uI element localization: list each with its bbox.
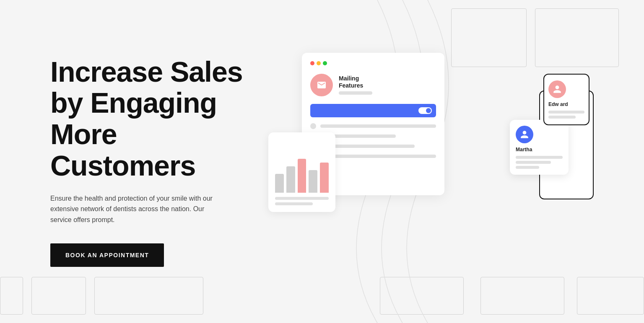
user-line [516,166,539,169]
line-dot [310,123,316,129]
user-line [516,161,551,164]
hero-section: Increase Sales by Engaging More Customer… [0,0,644,323]
bar-3 [298,159,306,193]
bar-5 [320,163,329,193]
hero-title: Increase Sales by Engaging More Customer… [50,56,268,181]
martha-info-lines [516,156,563,169]
martha-user-card: Martha [510,120,569,175]
martha-avatar [516,126,533,143]
chart-bars [275,155,329,193]
chart-line [275,202,313,205]
martha-name: Martha [516,147,563,152]
hero-illustration: Mailing Features [268,36,594,287]
toggle [418,107,432,114]
dot-red [310,61,314,65]
mail-icon-circle [310,74,333,96]
window-dots [310,61,436,65]
card-line-row [310,123,436,129]
bar-2 [286,166,295,193]
dot-green [323,61,327,65]
person-icon [553,85,562,94]
chart-lines [275,197,329,205]
search-bar [310,104,436,117]
card-header: Mailing Features [310,74,436,96]
book-appointment-button[interactable]: Book An Appointment [50,243,164,267]
hero-left-content: Increase Sales by Engaging More Customer… [50,56,268,267]
edward-info-lines [548,111,584,119]
chart-line [275,197,329,200]
user-line [548,111,584,114]
edward-user-card: Edw ard [543,74,589,125]
mailing-text: Mailing Features [339,75,372,95]
bar-1 [275,174,284,193]
person-icon [520,130,529,139]
mailing-feature-label: Mailing Features [339,75,372,89]
mail-icon [317,80,327,90]
user-line [548,116,576,119]
chart-card [268,132,335,212]
dot-yellow [317,61,321,65]
hero-subtitle: Ensure the health and protection of your… [50,193,226,225]
user-line [516,156,563,159]
edward-avatar [548,80,566,98]
edward-name: Edw ard [548,101,584,107]
bar-4 [309,170,317,193]
mailing-sub-line [339,91,372,95]
line-bar [320,155,436,158]
line-bar [320,124,436,128]
